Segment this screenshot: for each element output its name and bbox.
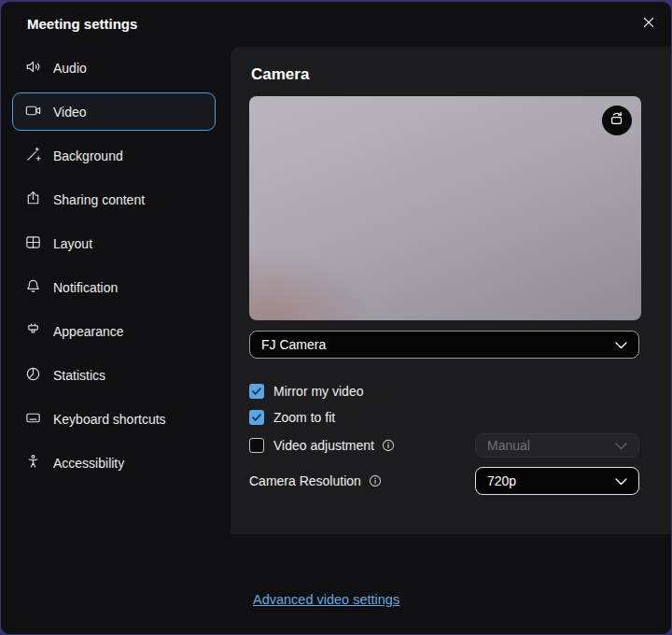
sidebar-item-label: Keyboard shortcuts bbox=[53, 412, 166, 427]
sidebar-item-layout[interactable]: Layout bbox=[12, 224, 216, 262]
share-icon bbox=[24, 190, 42, 210]
meeting-settings-dialog: Meeting settings Audio Video Background bbox=[1, 2, 671, 634]
camera-resolution-value: 720p bbox=[487, 473, 516, 488]
video-settings-panel: Camera FJ Camera bbox=[231, 47, 671, 534]
sidebar-item-label: Layout bbox=[53, 236, 92, 251]
zoom-to-fit-label: Zoom to fit bbox=[273, 410, 335, 425]
mirror-video-label: Mirror my video bbox=[273, 384, 363, 399]
sidebar-item-label: Appearance bbox=[53, 324, 124, 339]
mirror-video-row: Mirror my video bbox=[249, 378, 639, 404]
zoom-to-fit-checkbox[interactable] bbox=[249, 410, 264, 425]
sidebar-item-audio[interactable]: Audio bbox=[12, 49, 216, 87]
video-adjustment-row: Video adjustment Manual bbox=[249, 430, 639, 460]
sidebar-item-accessibility[interactable]: Accessibility bbox=[12, 444, 216, 482]
video-options: Mirror my video Zoom to fit Video adjust… bbox=[249, 378, 639, 496]
video-camera-icon bbox=[24, 102, 42, 122]
camera-device-select[interactable]: FJ Camera bbox=[249, 331, 639, 359]
magic-wand-icon bbox=[24, 146, 42, 166]
sidebar-item-statistics[interactable]: Statistics bbox=[12, 356, 216, 394]
chevron-down-icon bbox=[615, 438, 627, 453]
camera-resolution-row: Camera Resolution 720p bbox=[249, 466, 639, 496]
accessibility-icon bbox=[24, 453, 42, 473]
sidebar-item-background[interactable]: Background bbox=[12, 136, 216, 175]
panel-heading: Camera bbox=[251, 65, 671, 84]
video-adjustment-label: Video adjustment bbox=[273, 438, 374, 453]
rotate-camera-icon bbox=[609, 110, 625, 131]
sidebar-item-sharing-content[interactable]: Sharing content bbox=[12, 180, 216, 219]
sidebar-item-appearance[interactable]: Appearance bbox=[12, 312, 216, 350]
camera-preview bbox=[249, 96, 641, 320]
sidebar-item-keyboard-shortcuts[interactable]: Keyboard shortcuts bbox=[12, 400, 216, 438]
settings-sidebar: Audio Video Background Sharing content L bbox=[12, 49, 216, 482]
pie-chart-icon bbox=[24, 365, 42, 386]
paintbrush-icon bbox=[24, 321, 42, 342]
sidebar-item-label: Video bbox=[53, 105, 87, 120]
sidebar-item-label: Background bbox=[53, 148, 123, 163]
chevron-down-icon bbox=[615, 337, 627, 352]
camera-device-value: FJ Camera bbox=[261, 337, 326, 352]
keyboard-icon bbox=[24, 409, 42, 430]
info-icon[interactable] bbox=[382, 439, 395, 452]
mirror-video-checkbox[interactable] bbox=[249, 384, 264, 399]
zoom-to-fit-row: Zoom to fit bbox=[249, 404, 639, 430]
video-adjustment-mode-value: Manual bbox=[487, 438, 530, 453]
chevron-down-icon bbox=[615, 473, 627, 488]
video-adjustment-mode-select[interactable]: Manual bbox=[475, 433, 639, 458]
speaker-icon bbox=[24, 58, 42, 78]
video-adjustment-checkbox[interactable] bbox=[249, 438, 264, 453]
sidebar-item-video[interactable]: Video bbox=[12, 92, 216, 131]
sidebar-item-label: Statistics bbox=[53, 368, 105, 383]
sidebar-item-label: Audio bbox=[53, 61, 87, 76]
bell-icon bbox=[24, 277, 42, 298]
close-button[interactable] bbox=[638, 14, 659, 35]
close-icon bbox=[641, 15, 656, 34]
info-icon[interactable] bbox=[369, 474, 382, 487]
sidebar-item-label: Notification bbox=[53, 280, 118, 295]
sidebar-item-label: Accessibility bbox=[53, 456, 124, 471]
camera-resolution-label: Camera Resolution bbox=[249, 473, 361, 488]
rotate-camera-button[interactable] bbox=[602, 106, 632, 135]
dialog-title: Meeting settings bbox=[27, 16, 137, 32]
layout-grid-icon bbox=[24, 233, 42, 254]
sidebar-item-notification[interactable]: Notification bbox=[12, 268, 216, 306]
advanced-video-settings-link[interactable]: Advanced video settings bbox=[253, 592, 399, 607]
camera-resolution-select[interactable]: 720p bbox=[475, 467, 639, 495]
sidebar-item-label: Sharing content bbox=[53, 192, 145, 207]
